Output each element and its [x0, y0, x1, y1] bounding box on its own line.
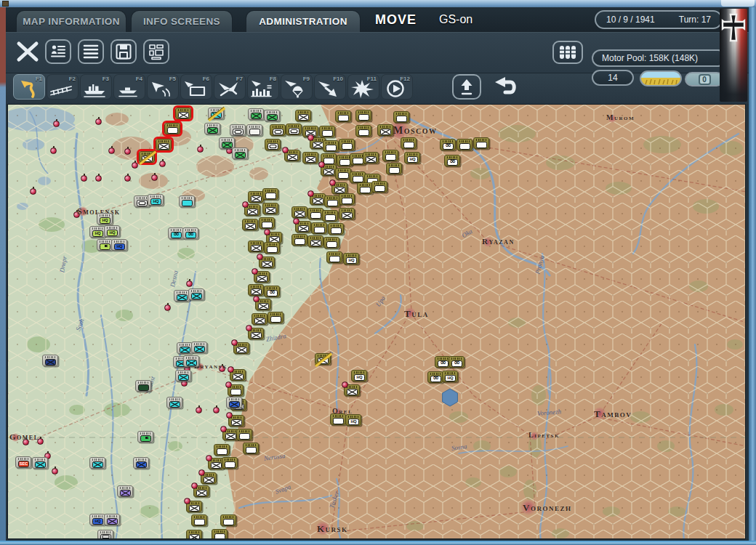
unit-counter-soviet[interactable]: HQ [404, 152, 420, 164]
unit-counter-soviet[interactable] [233, 342, 249, 354]
unit-counter-soviet[interactable] [393, 111, 409, 123]
unit-counter-soviet[interactable] [322, 210, 338, 222]
unit-counter-german[interactable] [135, 380, 151, 392]
unit-counter-soviet[interactable] [326, 251, 342, 263]
unit-counter-soviet[interactable] [156, 139, 172, 150]
unit-counter-soviet[interactable] [310, 193, 326, 205]
unit-counter-soviet[interactable]: ∞ [264, 286, 280, 297]
unit-counter-german[interactable] [191, 342, 207, 353]
unit-counter-soviet[interactable] [175, 108, 191, 119]
unit-counter-soviet[interactable] [321, 164, 337, 176]
unit-counter-soviet[interactable] [264, 242, 280, 254]
unit-counter-soviet[interactable] [186, 501, 202, 512]
tab-info-screens[interactable]: INFO SCREENS [131, 10, 233, 32]
fkey-f10-air-transfer[interactable]: F10 [314, 74, 346, 100]
unit-counter-soviet[interactable] [324, 195, 340, 207]
unit-counter-soviet[interactable] [473, 137, 489, 149]
unit-counter-soviet[interactable] [248, 241, 264, 252]
unit-counter-soviet[interactable] [377, 124, 393, 136]
unit-counter-soviet[interactable] [191, 514, 207, 526]
unit-counter-soviet[interactable] [243, 443, 259, 454]
unit-counter-soviet[interactable] [371, 181, 387, 193]
unit-counter-soviet[interactable]: HQ [442, 371, 458, 382]
unit-counter-german[interactable] [264, 110, 280, 121]
unit-counter-soviet[interactable] [295, 110, 311, 121]
commander-report-button[interactable] [45, 39, 71, 64]
message-level-display[interactable]: 14 [592, 70, 634, 86]
unit-counter-german[interactable] [104, 514, 120, 525]
save-button[interactable] [110, 39, 137, 64]
fkey-f7-air-superiority[interactable]: F7 [214, 74, 246, 100]
unit-counter-soviet[interactable] [331, 182, 347, 194]
unit-counter-german[interactable] [117, 485, 133, 497]
unit-counter-german[interactable] [42, 355, 58, 366]
unit-counter-german[interactable] [137, 431, 153, 443]
unit-counter-soviet[interactable] [335, 168, 351, 179]
unit-counter-soviet[interactable] [319, 126, 335, 137]
unit-counter-soviet[interactable] [291, 206, 307, 218]
fkey-f8-bomb-city[interactable]: F8 [247, 74, 279, 100]
order-list-button[interactable] [78, 39, 104, 64]
fkey-f4-amphibious[interactable]: F4 [113, 74, 145, 100]
unit-counter-soviet[interactable] [355, 125, 371, 137]
unit-counter-soviet[interactable]: HQ [351, 370, 367, 382]
unit-counter-soviet[interactable] [262, 188, 278, 200]
unit-counter-soviet[interactable] [230, 369, 246, 381]
unit-counter-soviet[interactable] [186, 530, 202, 539]
unit-counter-soviet[interactable] [302, 152, 318, 164]
unit-counter-german[interactable]: ∞ [168, 227, 184, 239]
unit-counter-soviet[interactable] [248, 191, 264, 203]
window-titlebar[interactable] [0, 0, 756, 7]
unit-counter-soviet[interactable] [311, 222, 327, 234]
unit-counter-soviet[interactable] [307, 208, 323, 219]
unit-counter-soviet[interactable]: ∞ [444, 155, 460, 166]
unit-counter-soviet[interactable] [457, 139, 472, 150]
unit-counter-german[interactable] [32, 457, 48, 469]
unit-counter-soviet[interactable] [242, 219, 258, 230]
unit-counter-soviet[interactable]: ∞ [449, 356, 465, 368]
unit-counter-soviet[interactable] [284, 150, 300, 161]
unit-counter-german[interactable] [232, 148, 248, 159]
unit-counter-soviet[interactable] [291, 234, 307, 246]
campaign-map[interactable]: ∞HQ∞HQ∞HQHQ∞∞∞HQHQHQHQHQHQ∞∞SECHQ★Moscow… [7, 104, 746, 539]
unit-counter-soviet[interactable] [259, 217, 275, 229]
preferences-button[interactable] [143, 39, 169, 64]
unit-counter-soviet[interactable] [268, 312, 284, 323]
unit-counter-soviet[interactable] [164, 123, 180, 134]
unit-counter-german[interactable] [208, 108, 224, 119]
window-caption-buttons[interactable] [721, 0, 755, 7]
unit-counter-german[interactable] [174, 290, 190, 302]
unit-counter-soviet[interactable] [323, 140, 339, 152]
unit-counter-german[interactable]: HQ [111, 239, 127, 251]
unit-counter-soviet[interactable] [248, 284, 264, 296]
unit-counter-soviet[interactable] [236, 429, 252, 440]
unit-counter-soviet[interactable]: ∞ [440, 139, 456, 150]
fkey-f9-air-drop[interactable]: F9 [281, 74, 313, 100]
unit-counter-german[interactable] [204, 123, 220, 134]
unit-counter-soviet[interactable] [201, 472, 217, 484]
close-button[interactable] [13, 38, 42, 65]
fkey-f3-naval[interactable]: F3 [80, 74, 112, 100]
unit-counter-german[interactable] [97, 239, 113, 251]
unit-counter-german[interactable] [133, 457, 149, 469]
unit-counter-soviet[interactable]: HQ [345, 414, 361, 426]
unit-counter-german[interactable] [179, 195, 195, 207]
unit-counter-german[interactable]: HQ [97, 213, 113, 225]
fkey-f11-ground-attack[interactable]: F11 [347, 74, 379, 100]
unit-counter-soviet[interactable] [193, 485, 209, 497]
unit-counter-soviet[interactable] [259, 257, 275, 268]
unit-counter-soviet[interactable] [350, 171, 366, 183]
unit-counter-soviet[interactable] [344, 384, 360, 396]
unit-counter-soviet[interactable] [244, 204, 260, 216]
unit-counter-german[interactable]: HQ [148, 194, 164, 206]
unit-up-button[interactable] [452, 74, 481, 100]
unit-counter-german[interactable]: HQ [89, 226, 105, 238]
unit-counter-german[interactable] [246, 124, 262, 136]
fkey-f1-movement[interactable]: F1 [13, 74, 45, 100]
unit-counter-german[interactable] [89, 457, 105, 469]
unit-counter-soviet[interactable] [220, 514, 236, 526]
unit-counter-german[interactable] [188, 288, 204, 300]
unit-counter-soviet[interactable] [339, 208, 355, 219]
unit-counter-soviet[interactable] [270, 124, 286, 136]
unit-counter-soviet[interactable]: ∞ [427, 371, 443, 383]
